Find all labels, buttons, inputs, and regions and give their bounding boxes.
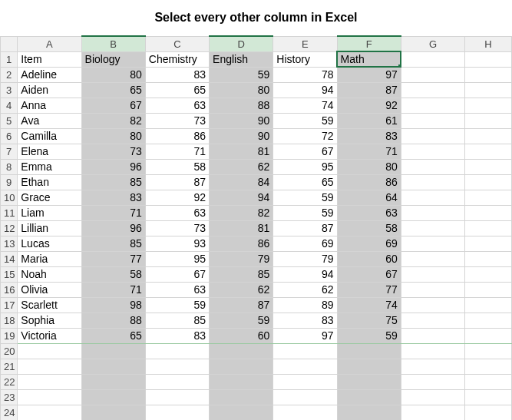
cell[interactable] [145, 405, 209, 420]
cell[interactable]: 69 [273, 236, 337, 251]
cell[interactable]: Lillian [18, 220, 81, 236]
row-header-4[interactable]: 4 [1, 98, 18, 113]
cell[interactable] [273, 405, 337, 420]
cell[interactable] [465, 144, 512, 159]
cell[interactable] [401, 98, 464, 113]
cell[interactable] [401, 405, 464, 420]
cell[interactable] [145, 359, 209, 374]
cell[interactable]: 87 [273, 220, 337, 236]
cell[interactable] [401, 266, 464, 282]
cell[interactable]: 67 [337, 266, 401, 282]
cell[interactable]: Adeline [18, 67, 81, 82]
cell[interactable] [401, 144, 464, 159]
cell[interactable] [401, 220, 464, 236]
cell[interactable] [465, 67, 512, 82]
cell[interactable]: 59 [210, 67, 273, 82]
cell[interactable] [401, 374, 464, 389]
cell[interactable] [210, 343, 273, 359]
cell[interactable]: Noah [18, 266, 81, 282]
cell[interactable] [465, 389, 512, 405]
cell[interactable] [465, 266, 512, 282]
cell[interactable] [145, 343, 209, 359]
header-cell-biology[interactable]: Biology [81, 51, 145, 67]
column-header-E[interactable]: E [273, 36, 337, 51]
cell[interactable]: 81 [210, 220, 273, 236]
cell[interactable] [401, 159, 464, 174]
cell[interactable]: 63 [145, 98, 209, 113]
row-header-1[interactable]: 1 [1, 51, 18, 67]
cell[interactable]: 83 [337, 128, 401, 144]
cell[interactable]: 97 [337, 67, 401, 82]
cell[interactable]: 64 [337, 190, 401, 205]
cell[interactable]: Aiden [18, 82, 81, 98]
cell[interactable]: Sophia [18, 313, 81, 328]
cell[interactable] [465, 328, 512, 343]
cell[interactable]: Emma [18, 159, 81, 174]
row-header-6[interactable]: 6 [1, 128, 18, 144]
cell[interactable]: Lucas [18, 236, 81, 251]
cell[interactable] [465, 297, 512, 313]
cell[interactable] [210, 405, 273, 420]
cell[interactable] [401, 174, 464, 190]
header-cell-item[interactable]: Item [18, 51, 81, 67]
row-header-9[interactable]: 9 [1, 174, 18, 190]
row-header-7[interactable]: 7 [1, 144, 18, 159]
cell[interactable]: 95 [273, 159, 337, 174]
cell[interactable] [337, 374, 401, 389]
cell[interactable]: 65 [145, 82, 209, 98]
cell[interactable] [81, 389, 145, 405]
cell[interactable]: 86 [337, 174, 401, 190]
cell[interactable] [401, 190, 464, 205]
cell[interactable]: 87 [145, 174, 209, 190]
cell[interactable]: 74 [337, 297, 401, 313]
cell[interactable]: 78 [273, 67, 337, 82]
cell[interactable] [401, 251, 464, 266]
cell[interactable]: 60 [210, 328, 273, 343]
cell[interactable]: 89 [273, 297, 337, 313]
cell[interactable]: 73 [145, 113, 209, 128]
cell[interactable]: 94 [210, 190, 273, 205]
cell[interactable] [81, 343, 145, 359]
header-cell-history[interactable]: History [273, 51, 337, 67]
cell[interactable]: 80 [337, 159, 401, 174]
cell[interactable]: 74 [273, 98, 337, 113]
cell[interactable]: 71 [145, 144, 209, 159]
cell[interactable]: 59 [145, 297, 209, 313]
cell[interactable] [401, 113, 464, 128]
cell[interactable] [210, 389, 273, 405]
cell[interactable]: 80 [210, 82, 273, 98]
cell[interactable] [465, 51, 512, 67]
cell[interactable]: 60 [337, 251, 401, 266]
cell[interactable] [465, 190, 512, 205]
cell[interactable] [18, 405, 81, 420]
row-header-2[interactable]: 2 [1, 67, 18, 82]
cell[interactable]: Ethan [18, 174, 81, 190]
column-header-A[interactable]: A [18, 36, 81, 51]
cell[interactable]: 67 [81, 98, 145, 113]
cell[interactable] [273, 359, 337, 374]
cell[interactable]: 58 [337, 220, 401, 236]
cell[interactable] [401, 67, 464, 82]
cell[interactable]: 90 [210, 128, 273, 144]
cell[interactable]: 84 [210, 174, 273, 190]
column-header-D[interactable]: D [210, 36, 273, 51]
cell[interactable]: 63 [145, 282, 209, 297]
spreadsheet-grid[interactable]: ABCDEFGH1ItemBiologyChemistryEnglishHist… [0, 35, 512, 420]
header-cell-english[interactable]: English [210, 51, 273, 67]
cell[interactable]: 80 [81, 128, 145, 144]
row-header-8[interactable]: 8 [1, 159, 18, 174]
cell[interactable] [337, 343, 401, 359]
cell[interactable] [18, 389, 81, 405]
cell[interactable]: Ava [18, 113, 81, 128]
row-header-20[interactable]: 20 [1, 343, 18, 359]
row-header-10[interactable]: 10 [1, 190, 18, 205]
cell[interactable]: 93 [145, 236, 209, 251]
row-header-23[interactable]: 23 [1, 389, 18, 405]
cell[interactable] [401, 236, 464, 251]
cell[interactable] [18, 359, 81, 374]
cell[interactable] [81, 374, 145, 389]
cell[interactable]: 88 [210, 98, 273, 113]
cell[interactable] [401, 297, 464, 313]
cell[interactable] [401, 128, 464, 144]
cell[interactable] [18, 374, 81, 389]
